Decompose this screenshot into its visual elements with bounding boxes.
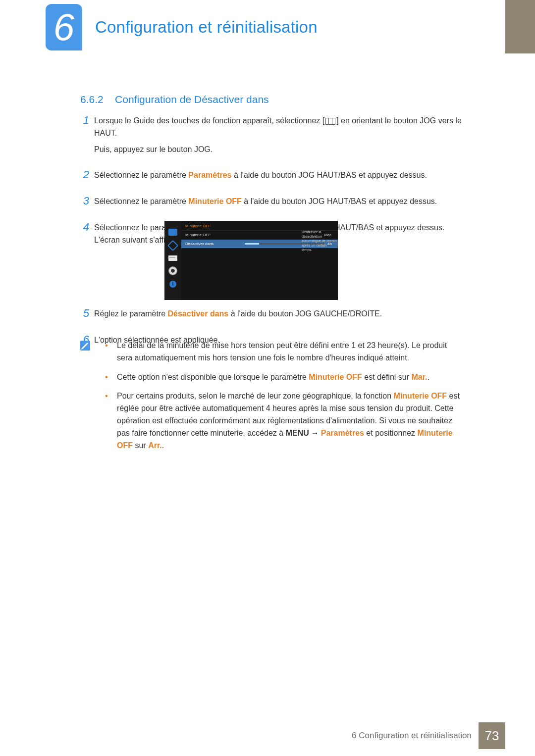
menu-icon — [325, 118, 335, 125]
note-icon — [80, 341, 90, 351]
step-number: 3 — [80, 196, 94, 206]
step-body: Sélectionnez le paramètre Paramètres à l… — [94, 169, 462, 186]
gear-icon — [169, 267, 177, 275]
note-item: Cette option n'est disponible que lorsqu… — [112, 371, 462, 384]
emphasis-text: Minuterie OFF — [188, 197, 242, 205]
emphasis-text: Minuterie OFF — [117, 429, 453, 450]
footer-text: 6 Configuration et réinitialisation — [352, 731, 472, 741]
step-body: Sélectionnez le paramètre Minuterie OFF … — [94, 196, 462, 212]
osd-sidebar: i — [164, 221, 181, 300]
page-number: 73 — [479, 722, 505, 749]
arrow-icon: → — [311, 427, 319, 440]
target-icon — [167, 240, 179, 252]
note-block: Le délai de la minuterie de mise hors te… — [80, 340, 462, 458]
emphasis-text: Minuterie OFF — [394, 392, 447, 400]
section-title: Configuration de Désactiver dans — [115, 94, 269, 105]
bold-text: MENU — [286, 429, 309, 437]
step-body: Lorsque le Guide des touches de fonction… — [94, 115, 462, 159]
card-icon — [168, 255, 177, 261]
osd-helper-text: Définissez la désactivation automatique … — [302, 230, 337, 252]
step-row: 2Sélectionnez le paramètre Paramètres à … — [80, 169, 462, 186]
section-number: 6.6.2 — [80, 94, 104, 105]
emphasis-text: Minuterie OFF — [309, 373, 362, 381]
section-heading: 6.6.2 Configuration de Désactiver dans — [80, 94, 269, 105]
note-list: Le délai de la minuterie de mise hors te… — [102, 340, 462, 458]
note-item: Le délai de la minuterie de mise hors te… — [112, 340, 462, 364]
note-item: Pour certains produits, selon le marché … — [112, 390, 462, 452]
chapter-number: 6 — [54, 8, 74, 46]
osd-figure: i Minuterie OFF Minuterie OFFMar.Désacti… — [164, 221, 338, 300]
step-body: Réglez le paramètre Désactiver dans à l'… — [94, 308, 462, 324]
info-icon: i — [169, 281, 176, 288]
osd-row-label: Minuterie OFF — [185, 233, 245, 237]
page-header: 6 Configuration et réinitialisation — [46, 4, 505, 53]
emphasis-text: Arr. — [148, 441, 162, 450]
page-footer: 6 Configuration et réinitialisation 73 — [0, 722, 535, 749]
chapter-title: Configuration et réinitialisation — [95, 18, 318, 37]
emphasis-text: Paramètres — [188, 171, 231, 179]
header-accent-bar — [505, 0, 535, 53]
osd-title: Minuterie OFF — [181, 221, 338, 231]
step-number: 5 — [80, 308, 94, 319]
osd-row-label: Désactiver dans — [185, 242, 245, 246]
chapter-badge: 6 — [46, 4, 82, 50]
step-row: 5Réglez le paramètre Désactiver dans à l… — [80, 308, 462, 324]
emphasis-text: Mar. — [411, 373, 427, 381]
step-row: 1Lorsque le Guide des touches de fonctio… — [80, 115, 462, 159]
emphasis-text: Paramètres — [321, 429, 364, 437]
step-number: 4 — [80, 222, 94, 233]
step-row: 3Sélectionnez le paramètre Minuterie OFF… — [80, 196, 462, 212]
step-number: 1 — [80, 115, 94, 126]
emphasis-text: Désactiver dans — [168, 309, 229, 318]
monitor-icon — [168, 229, 177, 236]
step-number: 2 — [80, 169, 94, 180]
